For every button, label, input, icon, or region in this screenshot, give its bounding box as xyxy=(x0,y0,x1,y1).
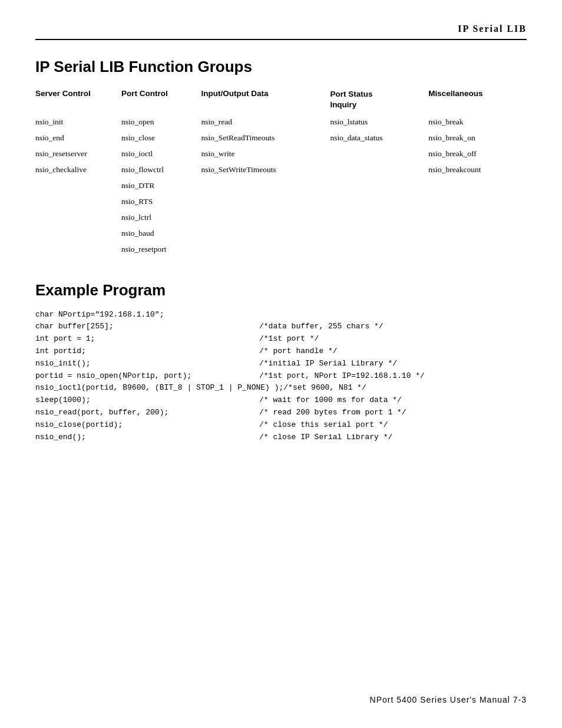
table-cell xyxy=(330,194,428,210)
table-row: nsio_resetport xyxy=(35,242,527,258)
code-line: int port = 1;/*1st port */ xyxy=(35,333,527,345)
code-line: nsio_end();/* close IP Serial Library */ xyxy=(35,431,527,444)
code-line: char buffer[255];/*data buffer, 255 char… xyxy=(35,321,527,333)
table-cell: nsio_breakcount xyxy=(428,162,527,178)
page-header: IP Serial LIB xyxy=(35,24,527,40)
table-cell xyxy=(330,226,428,242)
col-header-status: Port Status Inquiry xyxy=(330,88,428,114)
table-cell xyxy=(428,226,527,242)
table-cell xyxy=(201,194,330,210)
table-cell: nsio_baud xyxy=(121,226,201,242)
code-line: int portid;/* port handle */ xyxy=(35,345,527,358)
col-header-io: Input/Output Data xyxy=(201,88,330,114)
table-row: nsio_resetservernsio_ioctlnsio_writensio… xyxy=(35,146,527,162)
table-cell xyxy=(330,210,428,226)
table-cell: nsio_open xyxy=(121,114,201,130)
table-cell xyxy=(201,210,330,226)
table-row: nsio_lctrl xyxy=(35,210,527,226)
table-cell xyxy=(35,194,121,210)
code-statement: sleep(1000); xyxy=(35,394,259,407)
page-container: IP Serial LIB IP Serial LIB Function Gro… xyxy=(0,0,562,728)
col-header-misc: Miscellaneous xyxy=(428,88,527,114)
section1-title: IP Serial LIB Function Groups xyxy=(35,58,527,76)
table-cell: nsio_init xyxy=(35,114,121,130)
table-row: nsio_RTS xyxy=(35,194,527,210)
table-cell: nsio_DTR xyxy=(121,178,201,194)
table-cell xyxy=(330,162,428,178)
code-comment: /*1st port */ xyxy=(259,333,319,345)
table-cell: nsio_break_off xyxy=(428,146,527,162)
table-cell xyxy=(201,242,330,258)
table-cell xyxy=(35,226,121,242)
table-row: nsio_checkalivensio_flowctrlnsio_SetWrit… xyxy=(35,162,527,178)
code-statement: char NPortip="192.168.1.10"; xyxy=(35,309,259,321)
code-comment: /*1st port, NPort IP=192.168.1.10 */ xyxy=(259,370,425,383)
table-cell: nsio_SetReadTimeouts xyxy=(201,130,330,146)
code-comment: /* port handle */ xyxy=(259,345,338,358)
table-cell xyxy=(330,242,428,258)
col-header-port: Port Control xyxy=(121,88,201,114)
table-cell xyxy=(201,178,330,194)
code-block: char NPortip="192.168.1.10";char buffer[… xyxy=(35,309,527,444)
table-cell: nsio_SetWriteTimeouts xyxy=(201,162,330,178)
table-cell xyxy=(330,146,428,162)
table-cell: nsio_read xyxy=(201,114,330,130)
footer-text: NPort 5400 Series User's Manual 7-3 xyxy=(370,695,527,704)
code-statement: char buffer[255]; xyxy=(35,321,259,333)
table-cell: nsio_data_status xyxy=(330,130,428,146)
table-cell xyxy=(201,226,330,242)
code-statement: nsio_end(); xyxy=(35,431,259,444)
page-footer: NPort 5400 Series User's Manual 7-3 xyxy=(370,695,527,704)
table-row: nsio_baud xyxy=(35,226,527,242)
code-comment: /* wait for 1000 ms for data */ xyxy=(259,394,402,407)
code-statement: nsio_close(portid); xyxy=(35,419,259,431)
table-cell: nsio_lctrl xyxy=(121,210,201,226)
table-cell: nsio_flowctrl xyxy=(121,162,201,178)
table-cell xyxy=(35,178,121,194)
table-cell: nsio_resetserver xyxy=(35,146,121,162)
header-title: IP Serial LIB xyxy=(458,24,527,34)
code-line: nsio_ioctl(portid, B9600, (BIT_8 | STOP_… xyxy=(35,382,527,394)
col-header-server: Server Control xyxy=(35,88,121,114)
code-comment: /*initial IP Serial Library */ xyxy=(259,358,397,370)
table-row: nsio_DTR xyxy=(35,178,527,194)
code-comment: /* close this serial port */ xyxy=(259,419,388,431)
table-cell xyxy=(428,194,527,210)
table-cell: nsio_ioctl xyxy=(121,146,201,162)
code-line: char NPortip="192.168.1.10"; xyxy=(35,309,527,321)
table-cell xyxy=(35,210,121,226)
table-cell xyxy=(428,242,527,258)
code-line: sleep(1000);/* wait for 1000 ms for data… xyxy=(35,394,527,407)
table-row: nsio_initnsio_opennsio_readnsio_lstatusn… xyxy=(35,114,527,130)
table-cell: nsio_checkalive xyxy=(35,162,121,178)
table-cell: nsio_lstatus xyxy=(330,114,428,130)
table-row: nsio_endnsio_closensio_SetReadTimeoutsns… xyxy=(35,130,527,146)
code-line: portid = nsio_open(NPortip, port);/*1st … xyxy=(35,370,527,383)
table-cell: nsio_RTS xyxy=(121,194,201,210)
code-statement: nsio_ioctl(portid, B9600, (BIT_8 | STOP_… xyxy=(35,382,283,394)
code-comment: /*set 9600, N81 */ xyxy=(283,382,366,394)
table-cell: nsio_break_on xyxy=(428,130,527,146)
code-statement: nsio_read(port, buffer, 200); xyxy=(35,407,259,419)
code-statement: int port = 1; xyxy=(35,333,259,345)
table-cell xyxy=(428,178,527,194)
table-cell xyxy=(428,210,527,226)
code-line: nsio_close(portid);/* close this serial … xyxy=(35,419,527,431)
table-cell: nsio_write xyxy=(201,146,330,162)
section2-title: Example Program xyxy=(35,281,527,299)
table-cell xyxy=(35,242,121,258)
table-cell xyxy=(330,178,428,194)
table-cell: nsio_resetport xyxy=(121,242,201,258)
code-statement: int portid; xyxy=(35,345,259,358)
code-line: nsio_read(port, buffer, 200);/* read 200… xyxy=(35,407,527,419)
code-comment: /* close IP Serial Library */ xyxy=(259,431,392,444)
code-statement: portid = nsio_open(NPortip, port); xyxy=(35,370,259,383)
code-statement: nsio_init(); xyxy=(35,358,259,370)
code-line: nsio_init();/*initial IP Serial Library … xyxy=(35,358,527,370)
function-groups-table: Server Control Port Control Input/Output… xyxy=(35,88,527,258)
table-cell: nsio_break xyxy=(428,114,527,130)
code-comment: /*data buffer, 255 chars */ xyxy=(259,321,384,333)
table-cell: nsio_end xyxy=(35,130,121,146)
code-comment: /* read 200 bytes from port 1 */ xyxy=(259,407,406,419)
table-cell: nsio_close xyxy=(121,130,201,146)
